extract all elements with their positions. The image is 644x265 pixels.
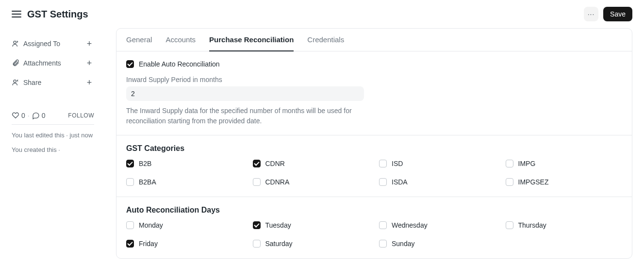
category-checkbox-impg[interactable] — [506, 160, 513, 167]
category-label: ISDA — [392, 178, 408, 186]
add-assignee-button[interactable]: + — [84, 39, 94, 49]
sidebar-item-label: Assigned To — [23, 40, 60, 48]
category-cdnr: CDNR — [253, 160, 370, 167]
meta-last-edited: You last edited this · just now — [12, 125, 94, 143]
tab-purchase-reconciliation[interactable]: Purchase Reconciliation — [209, 29, 294, 51]
tab-general[interactable]: General — [126, 29, 152, 51]
category-label: CDNR — [265, 160, 285, 167]
day-label: Friday — [139, 240, 158, 248]
category-isda: ISDA — [379, 178, 496, 186]
day-checkbox-friday[interactable] — [126, 240, 134, 248]
category-label: B2B — [139, 160, 151, 167]
comment-count: 0 — [42, 112, 46, 119]
meta-created: You created this · — [12, 143, 94, 158]
sidebar-item-label: Share — [23, 79, 41, 86]
period-field-label: Inward Supply Period in months — [126, 76, 622, 83]
comment-button[interactable]: 0 — [32, 112, 46, 119]
category-label: IMPGSEZ — [518, 178, 549, 186]
category-label: CDNRA — [265, 178, 290, 186]
day-label: Wednesday — [392, 221, 428, 229]
sidebar-item-assigned-to[interactable]: Assigned To + — [12, 34, 94, 53]
like-button[interactable]: 0 — [12, 112, 25, 119]
attachment-icon — [12, 59, 19, 67]
heart-icon — [12, 112, 19, 119]
category-label: IMPG — [518, 160, 536, 167]
like-count: 0 — [21, 112, 25, 119]
sidebar-item-share[interactable]: Share + — [12, 73, 94, 92]
share-icon — [12, 79, 19, 86]
category-b2b: B2B — [126, 160, 243, 167]
day-wednesday: Wednesday — [379, 221, 496, 229]
section-reconcile-settings: Enable Auto Reconciliation Inward Supply… — [116, 51, 632, 135]
day-checkbox-thursday[interactable] — [506, 221, 513, 229]
period-field-input[interactable] — [126, 86, 364, 101]
day-label: Monday — [139, 221, 163, 229]
day-label: Thursday — [518, 221, 546, 229]
day-checkbox-tuesday[interactable] — [253, 221, 261, 229]
enable-auto-recon-label: Enable Auto Reconciliation — [139, 60, 220, 68]
day-label: Sunday — [392, 240, 414, 248]
add-attachment-button[interactable]: + — [84, 58, 94, 68]
day-checkbox-sunday[interactable] — [379, 240, 387, 248]
page-title: GST Settings — [27, 9, 88, 20]
category-checkbox-cdnra[interactable] — [253, 178, 261, 186]
day-thursday: Thursday — [506, 221, 623, 229]
period-field-help: The Inward Supply data for the specified… — [126, 106, 369, 126]
assigned-to-icon — [12, 40, 19, 48]
svg-point-0 — [14, 41, 16, 44]
category-b2ba: B2BA — [126, 178, 243, 186]
day-monday: Monday — [126, 221, 243, 229]
day-sunday: Sunday — [379, 240, 496, 248]
day-checkbox-monday[interactable] — [126, 221, 134, 229]
enable-auto-recon-checkbox[interactable] — [126, 60, 134, 68]
menu-toggle-icon[interactable] — [12, 9, 21, 19]
sidebar-item-attachments[interactable]: Attachments + — [12, 53, 94, 73]
gst-categories-title: GST Categories — [126, 144, 622, 153]
tabs: General Accounts Purchase Reconciliation… — [116, 29, 632, 51]
day-label: Tuesday — [265, 221, 291, 229]
section-auto-recon-days: Auto Reconciliation Days MondayTuesdayWe… — [116, 197, 632, 258]
category-checkbox-cdnr[interactable] — [253, 160, 261, 167]
tab-accounts[interactable]: Accounts — [165, 29, 196, 51]
category-label: ISD — [392, 160, 403, 167]
category-checkbox-b2ba[interactable] — [126, 178, 134, 186]
category-checkbox-impgsez[interactable] — [506, 178, 513, 186]
social-row: 0 · 0 FOLLOW — [12, 107, 94, 125]
main-panel: General Accounts Purchase Reconciliation… — [116, 28, 632, 259]
header: GST Settings ··· Save — [0, 0, 644, 28]
sidebar-item-label: Attachments — [23, 59, 61, 67]
add-share-button[interactable]: + — [84, 78, 94, 87]
follow-button[interactable]: FOLLOW — [68, 112, 94, 119]
sidebar: Assigned To + Attachments + — [12, 28, 94, 259]
day-checkbox-wednesday[interactable] — [379, 221, 387, 229]
tab-credentials[interactable]: Credentials — [307, 29, 344, 51]
category-checkbox-isd[interactable] — [379, 160, 387, 167]
day-label: Saturday — [265, 240, 293, 248]
svg-point-1 — [14, 80, 16, 83]
auto-recon-days-title: Auto Reconciliation Days — [126, 206, 622, 215]
category-checkbox-b2b[interactable] — [126, 160, 134, 167]
category-label: B2BA — [139, 178, 156, 186]
comment-icon — [32, 112, 40, 119]
more-actions-button[interactable]: ··· — [584, 7, 598, 21]
day-checkbox-saturday[interactable] — [253, 240, 261, 248]
category-cdnra: CDNRA — [253, 178, 370, 186]
category-checkbox-isda[interactable] — [379, 178, 387, 186]
day-friday: Friday — [126, 240, 243, 248]
day-saturday: Saturday — [253, 240, 370, 248]
category-isd: ISD — [379, 160, 496, 167]
save-button[interactable]: Save — [603, 7, 632, 21]
section-gst-categories: GST Categories B2BCDNRISDIMPGB2BACDNRAIS… — [116, 135, 632, 197]
category-impgsez: IMPGSEZ — [506, 178, 623, 186]
day-tuesday: Tuesday — [253, 221, 370, 229]
category-impg: IMPG — [506, 160, 623, 167]
separator-dot: · — [28, 112, 30, 119]
